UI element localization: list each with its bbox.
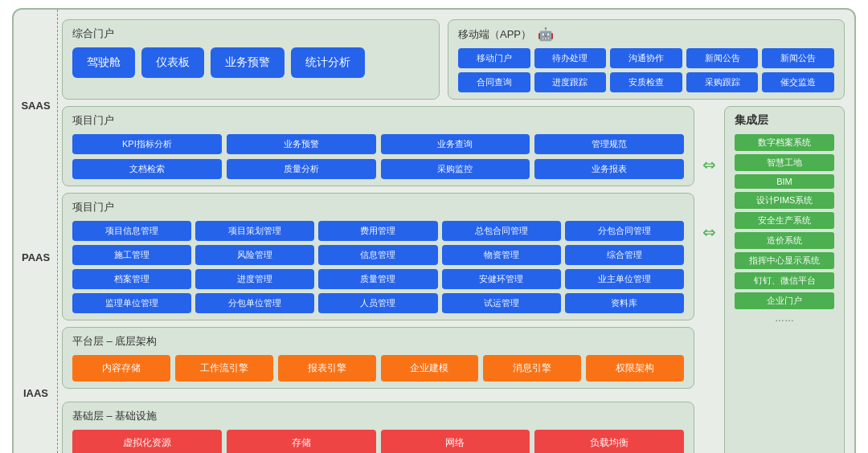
mobile-btn-0[interactable]: 移动门户 xyxy=(458,48,530,68)
mobile-btn-8[interactable]: 采购跟踪 xyxy=(686,72,759,92)
integration-item-1: 智慧工地 xyxy=(735,154,834,171)
mobile-btn-9[interactable]: 催交监造 xyxy=(762,72,834,92)
mgmt-btn-15[interactable]: 监理单位管理 xyxy=(72,293,191,313)
platform-btn-5[interactable]: 权限架构 xyxy=(586,355,684,382)
platform-btn-0[interactable]: 内容存储 xyxy=(72,355,170,382)
mobile-btn-7[interactable]: 安质检查 xyxy=(610,72,682,92)
top-row: 综合门户 驾驶舱 仪表板 业务预警 统计分析 移动端（APP） 🤖 移动门户 待… xyxy=(62,19,845,100)
integration-box: 集成层 数字档案系统 智慧工地 BIM 设计PIMS系统 安全生产系统 造价系统… xyxy=(724,106,845,453)
mobile-grid: 移动门户 待办处理 沟通协作 新闻公告 新闻公告 合同查询 进度跟踪 安质检查 … xyxy=(458,48,834,92)
integration-item-7: 钉钉、微信平台 xyxy=(735,272,834,289)
infra-btn-2[interactable]: 网络 xyxy=(381,430,530,453)
mgmt-btn-6[interactable]: 风险管理 xyxy=(195,245,314,265)
platform-btn-1[interactable]: 工作流引擎 xyxy=(175,355,273,382)
mgmt-btn-3[interactable]: 总包合同管理 xyxy=(442,221,561,241)
main-container: SAAS PAAS IAAS 综合门户 驾驶舱 仪表板 业务预警 统计分析 移动… xyxy=(0,0,868,453)
integration-item-3: 设计PIMS系统 xyxy=(735,192,834,209)
mgmt-btn-8[interactable]: 物资管理 xyxy=(442,245,561,265)
platform-box: 平台层 – 底层架构 内容存储 工作流引擎 报表引擎 企业建模 消息引擎 权限架… xyxy=(62,327,694,389)
arrow-1: ⇔ xyxy=(702,155,716,174)
project-mgmt-buttons: 项目信息管理 项目策划管理 费用管理 总包合同管理 分包合同管理 施工管理 风险… xyxy=(72,221,684,313)
btn-yewuyujing[interactable]: 业务预警 xyxy=(211,47,285,78)
mobile-btn-4[interactable]: 新闻公告 xyxy=(762,48,834,68)
integration-item-2: BIM xyxy=(735,174,834,189)
mgmt-btn-0[interactable]: 项目信息管理 xyxy=(72,221,191,241)
portal-btn-0[interactable]: KPI指标分析 xyxy=(72,134,222,154)
portal-btn-5[interactable]: 质量分析 xyxy=(227,159,376,179)
mobile-btn-5[interactable]: 合同查询 xyxy=(458,72,530,92)
btn-yibiaopan[interactable]: 仪表板 xyxy=(141,47,204,78)
mobile-btn-6[interactable]: 进度跟踪 xyxy=(534,72,607,92)
mgmt-btn-1[interactable]: 项目策划管理 xyxy=(195,221,314,241)
project-portal-buttons: KPI指标分析 业务预警 业务查询 管理规范 文档检索 质量分析 采购监控 业务… xyxy=(72,134,684,179)
project-portal-box: 项目门户 KPI指标分析 业务预警 业务查询 管理规范 文档检索 质量分析 采购… xyxy=(62,106,694,186)
mgmt-btn-14[interactable]: 业主单位管理 xyxy=(565,269,684,289)
platform-btn-4[interactable]: 消息引擎 xyxy=(483,355,581,382)
portal-btn-7[interactable]: 业务报表 xyxy=(534,159,684,179)
platform-btn-3[interactable]: 企业建模 xyxy=(381,355,479,382)
mgmt-btn-12[interactable]: 质量管理 xyxy=(318,269,437,289)
project-mgmt-title: 项目门户 xyxy=(72,200,684,214)
mgmt-btn-16[interactable]: 分包单位管理 xyxy=(195,293,314,313)
portal-btn-4[interactable]: 文档检索 xyxy=(72,159,222,179)
integration-item-4: 安全生产系统 xyxy=(735,212,834,229)
portal-btn-1[interactable]: 业务预警 xyxy=(227,134,376,154)
mgmt-btn-5[interactable]: 施工管理 xyxy=(72,245,191,265)
mgmt-btn-7[interactable]: 信息管理 xyxy=(318,245,437,265)
integration-title: 集成层 xyxy=(735,113,834,128)
mgmt-btn-19[interactable]: 资料库 xyxy=(565,293,684,313)
right-column: ⇔ ⇔ xyxy=(701,106,718,453)
left-content: 项目门户 KPI指标分析 业务预警 业务查询 管理规范 文档检索 质量分析 采购… xyxy=(62,106,694,453)
mobile-btn-2[interactable]: 沟通协作 xyxy=(610,48,682,68)
mgmt-btn-18[interactable]: 试运管理 xyxy=(442,293,561,313)
integration-item-8: 企业门户 xyxy=(735,292,834,309)
zonghe-buttons: 驾驶舱 仪表板 业务预警 统计分析 xyxy=(72,47,429,78)
btn-tongji[interactable]: 统计分析 xyxy=(291,47,365,78)
mobile-title: 移动端（APP） xyxy=(458,27,531,42)
android-icon: 🤖 xyxy=(538,27,554,42)
zonghe-box: 综合门户 驾驶舱 仪表板 业务预警 统计分析 xyxy=(62,19,440,100)
zonghe-title: 综合门户 xyxy=(72,27,429,41)
infra-btn-0[interactable]: 虚拟化资源 xyxy=(72,430,222,453)
infra-buttons: 虚拟化资源 存储 网络 负载均衡 xyxy=(72,430,684,453)
mobile-btn-1[interactable]: 待办处理 xyxy=(534,48,607,68)
side-labels: SAAS PAAS IAAS xyxy=(14,10,58,453)
mgmt-btn-10[interactable]: 档案管理 xyxy=(72,269,191,289)
infra-title: 基础层 – 基础设施 xyxy=(72,409,684,423)
mgmt-btn-2[interactable]: 费用管理 xyxy=(318,221,437,241)
integration-item-6: 指挥中心显示系统 xyxy=(735,252,834,269)
arrow-2: ⇔ xyxy=(702,222,716,242)
mgmt-btn-11[interactable]: 进度管理 xyxy=(195,269,314,289)
infra-btn-3[interactable]: 负载均衡 xyxy=(534,430,684,453)
integration-item-0: 数字档案系统 xyxy=(735,134,834,151)
project-portal-title: 项目门户 xyxy=(72,113,684,128)
integration-dots: …… xyxy=(735,312,834,324)
mgmt-btn-4[interactable]: 分包合同管理 xyxy=(565,221,684,241)
paas-label: PAAS xyxy=(22,251,50,263)
arrow-area: ⇔ ⇔ xyxy=(701,106,718,291)
outer-box: SAAS PAAS IAAS 综合门户 驾驶舱 仪表板 业务预警 统计分析 移动… xyxy=(12,8,856,453)
portal-btn-6[interactable]: 采购监控 xyxy=(381,159,530,179)
platform-title: 平台层 – 底层架构 xyxy=(72,334,684,349)
mobile-btn-3[interactable]: 新闻公告 xyxy=(686,48,759,68)
mobile-box: 移动端（APP） 🤖 移动门户 待办处理 沟通协作 新闻公告 新闻公告 合同查询… xyxy=(448,19,845,100)
btn-jiashicang[interactable]: 驾驶舱 xyxy=(72,47,135,78)
platform-buttons: 内容存储 工作流引擎 报表引擎 企业建模 消息引擎 权限架构 xyxy=(72,355,684,382)
project-mgmt-box: 项目门户 项目信息管理 项目策划管理 费用管理 总包合同管理 分包合同管理 施工… xyxy=(62,193,694,320)
saas-label: SAAS xyxy=(21,100,50,112)
mgmt-btn-13[interactable]: 安健环管理 xyxy=(442,269,561,289)
mgmt-btn-17[interactable]: 人员管理 xyxy=(318,293,437,313)
mgmt-btn-9[interactable]: 综合管理 xyxy=(565,245,684,265)
iaas-label: IAAS xyxy=(23,387,48,399)
platform-btn-2[interactable]: 报表引擎 xyxy=(278,355,376,382)
infra-box: 基础层 – 基础设施 虚拟化资源 存储 网络 负载均衡 xyxy=(62,402,694,453)
content-area: 项目门户 KPI指标分析 业务预警 业务查询 管理规范 文档检索 质量分析 采购… xyxy=(62,106,845,453)
mobile-header: 移动端（APP） 🤖 xyxy=(458,27,834,42)
portal-btn-2[interactable]: 业务查询 xyxy=(381,134,530,154)
infra-btn-1[interactable]: 存储 xyxy=(227,430,376,453)
portal-btn-3[interactable]: 管理规范 xyxy=(534,134,684,154)
integration-item-5: 造价系统 xyxy=(735,232,834,249)
